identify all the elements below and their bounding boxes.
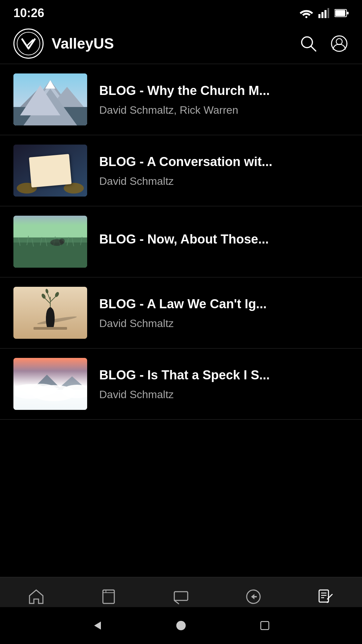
recents-icon [259,620,270,631]
svg-rect-37 [13,243,87,268]
mountain-thumb-svg [13,73,87,125]
profile-icon [330,35,348,52]
back-button[interactable] [89,617,106,634]
svg-rect-35 [13,216,87,239]
blog-item-title-4: BLOG - A Law We Can't Ig... [99,296,349,312]
wifi-icon [300,8,313,18]
status-time: 10:26 [13,6,44,20]
blog-icon [316,587,335,606]
home-icon [27,587,46,606]
messages-icon [172,587,190,606]
svg-marker-16 [20,90,54,107]
svg-rect-7 [347,12,349,14]
signal-icon [318,8,329,18]
svg-rect-6 [335,10,345,16]
blog-item-title-1: BLOG - Why the Church M... [99,83,349,99]
forward-icon [244,587,263,606]
recents-button[interactable] [256,617,273,634]
blog-thumbnail-2 [13,145,87,197]
android-nav-bar [0,607,362,644]
svg-point-81 [176,621,186,630]
svg-rect-68 [103,590,114,603]
home-button[interactable] [173,617,189,634]
svg-point-66 [23,384,57,396]
svg-rect-1 [318,14,320,18]
svg-rect-18 [13,107,87,125]
blog-item-author-5: David Schmaltz [99,388,349,401]
svg-line-27 [36,173,49,174]
blog-item[interactable]: BLOG - Why the Church M... David Schmalt… [0,64,362,135]
blog-item[interactable]: BLOG - Now, About Those... [0,206,362,277]
field-thumb-svg [13,216,87,268]
status-bar: 10:26 [0,0,362,23]
blog-thumbnail-3 [13,216,87,268]
search-icon [300,35,317,52]
battery-icon [335,9,349,17]
svg-point-32 [17,183,37,194]
blog-item-author-2: David Schmaltz [99,175,349,187]
svg-rect-82 [261,622,269,630]
blog-thumbnail-4 [13,287,87,339]
svg-line-30 [52,168,65,169]
svg-marker-80 [94,622,101,630]
svg-rect-21 [33,158,52,186]
svg-point-12 [336,39,342,45]
blog-item[interactable]: BLOG - Is That a Speck I S... David Schm… [0,348,362,420]
blog-info-4: BLOG - A Law We Can't Ig... David Schmal… [99,296,349,329]
logo-svg [17,32,40,55]
back-icon [92,620,103,631]
svg-point-0 [305,16,307,18]
bible-thumb-svg [13,145,87,197]
svg-line-10 [311,46,316,51]
blog-item-author-1: David Schmaltz, Rick Warren [99,104,349,116]
blog-item-title-2: BLOG - A Conversation wit... [99,154,349,170]
svg-rect-22 [49,157,68,185]
svg-line-28 [51,162,65,163]
svg-line-29 [52,165,65,166]
clouds-thumb-svg [13,358,87,410]
blog-list: BLOG - Why the Church M... David Schmalt… [0,64,362,540]
blog-info-2: BLOG - A Conversation wit... David Schma… [99,154,349,187]
vase-thumb-svg [13,287,87,339]
svg-point-49 [59,238,65,244]
svg-line-25 [35,166,48,167]
svg-rect-72 [174,592,188,600]
svg-rect-23 [48,157,52,185]
svg-line-24 [35,163,48,164]
svg-line-26 [35,170,49,171]
svg-point-33 [64,183,84,194]
svg-rect-67 [13,395,87,410]
svg-rect-3 [324,10,326,18]
status-icons [300,8,349,18]
blog-info-1: BLOG - Why the Church M... David Schmalt… [99,83,349,116]
blog-item[interactable]: BLOG - A Conversation wit... David Schma… [0,135,362,206]
blog-item-author-4: David Schmaltz [99,317,349,330]
app-header: ValleyUS [0,23,362,64]
bible-icon [99,587,118,606]
app-logo[interactable] [13,29,44,59]
svg-rect-2 [321,12,323,18]
blog-info-5: BLOG - Is That a Speck I S... David Schm… [99,367,349,400]
app-title: ValleyUS [52,35,114,52]
svg-rect-52 [34,327,67,330]
svg-line-31 [52,172,65,173]
svg-rect-4 [327,8,329,18]
home-circle-icon [175,620,187,631]
blog-item-title-5: BLOG - Is That a Speck I S... [99,367,349,383]
svg-rect-75 [319,590,328,602]
blog-thumbnail-1 [13,73,87,125]
blog-info-3: BLOG - Now, About Those... [99,231,349,252]
app-logo-area: ValleyUS [13,29,114,59]
blog-item[interactable]: BLOG - A Law We Can't Ig... David Schmal… [0,277,362,348]
profile-button[interactable] [330,34,349,53]
blog-thumbnail-5 [13,358,87,410]
blog-item-title-3: BLOG - Now, About Those... [99,231,349,248]
header-actions [299,34,349,53]
search-button[interactable] [299,34,318,53]
